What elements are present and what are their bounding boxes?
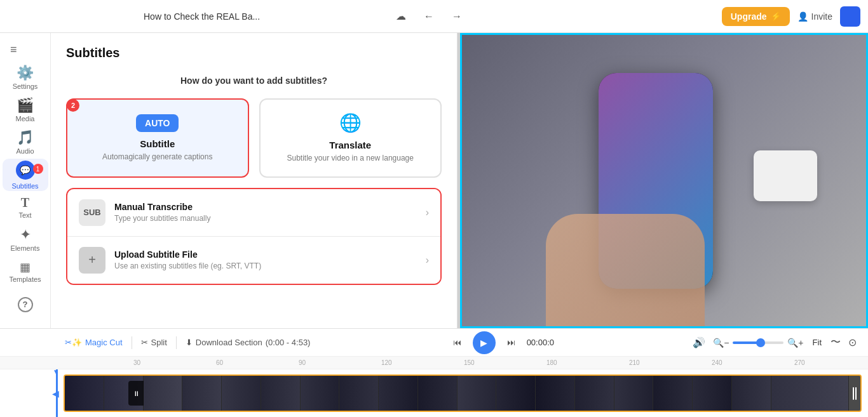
sub-icon: SUB [79, 199, 105, 226]
subtitle-card-title: Subtitle [140, 138, 175, 149]
track-thumb-14 [575, 376, 614, 411]
rewind-button[interactable]: ⏮ [447, 334, 468, 350]
white-device-in-video [754, 150, 817, 201]
sidebar-templates-label: Templates [9, 275, 41, 283]
track-end-handle[interactable] [849, 376, 860, 411]
zoom-out-icon[interactable]: 🔍− [713, 338, 729, 348]
ruler-mark-210: 210 [629, 359, 640, 366]
avatar [840, 6, 860, 27]
track-thumb-5 [222, 376, 261, 411]
timeline-track[interactable]: ▼ ◀ ⏸ [0, 369, 868, 417]
timeline-cursor-arrow: ◀ [52, 388, 59, 399]
upgrade-button[interactable]: Upgrade ⚡ [722, 7, 790, 26]
chevron-right-icon-2: › [426, 255, 429, 266]
upload-subtitle-card[interactable]: + Upload Subtitle File Use an existing s… [67, 236, 440, 284]
track-thumb-10 [418, 376, 457, 411]
ruler-mark-180: 180 [546, 359, 557, 366]
waveform-icon[interactable]: 〜 [827, 336, 844, 349]
sidebar-item-templates[interactable]: ▦ Templates [3, 256, 48, 288]
sidebar-item-text[interactable]: T Text [3, 191, 48, 223]
manual-transcribe-card[interactable]: SUB Manual Transcribe Type your subtitle… [67, 189, 440, 236]
upload-icon: + [79, 247, 105, 274]
time-display: 00:00:0 [522, 338, 559, 347]
sidebar-media-label: Media [16, 115, 35, 122]
ruler-mark-120: 120 [381, 359, 392, 366]
track-thumb-6 [261, 376, 300, 411]
track-thumb-18 [732, 376, 771, 411]
track-thumb-3 [144, 376, 182, 411]
redo-button[interactable]: → [447, 6, 467, 27]
sidebar-item-elements[interactable]: ✦ Elements [3, 223, 48, 256]
translate-card-desc: Subtitle your video in a new language [287, 153, 414, 164]
text-icon: T [21, 196, 29, 209]
invite-label: Invite [811, 11, 832, 22]
split-button[interactable]: ✂ Split [135, 334, 173, 350]
sidebar-subtitles-label: Subtitles [11, 182, 38, 190]
sidebar-audio-label: Audio [16, 147, 34, 155]
pause-badge[interactable]: ⏸ [128, 381, 144, 406]
sidebar-item-help[interactable]: ? [3, 288, 48, 321]
play-button[interactable]: ▶ [473, 331, 496, 354]
sidebar-item-media[interactable]: 🎬 Media [3, 94, 48, 126]
cloud-icon: ☁ [396, 10, 406, 22]
upgrade-label: Upgrade [731, 11, 767, 22]
hand-in-video [546, 214, 705, 328]
subtitles-panel: Subtitles How do you want to add subtitl… [51, 33, 458, 328]
timeline-area: ✂✨ Magic Cut ✂ Split ⬇ Download Section … [0, 328, 868, 417]
manual-options-group: 3 SUB Manual Transcribe Type your subtit… [66, 188, 442, 285]
magic-cut-button[interactable]: ✂✨ Magic Cut [58, 334, 129, 350]
undo-button[interactable]: ← [419, 6, 439, 27]
ruler-mark-150: 150 [464, 359, 475, 366]
top-cards-row: 2 AUTO Subtitle Automagically generate c… [66, 98, 442, 178]
video-track-strip[interactable]: ⏸ [64, 374, 862, 412]
track-thumb-12 [496, 376, 535, 411]
download-label: Download Section [196, 338, 262, 347]
track-thumb-15 [614, 376, 653, 411]
zoom-slider[interactable] [733, 341, 783, 344]
sidebar-item-subtitles[interactable]: 1 💬 Subtitles [3, 159, 48, 191]
audio-icon: 🎵 [17, 131, 34, 145]
video-preview-area: ↻ [460, 33, 868, 328]
invite-button[interactable]: 👤 Invite [797, 11, 832, 22]
track-thumb-11 [458, 376, 496, 411]
sidebar-text-label: Text [18, 211, 31, 219]
zoom-in-icon[interactable]: 🔍+ [787, 338, 803, 348]
subtitle-option-card[interactable]: 2 AUTO Subtitle Automagically generate c… [66, 98, 249, 178]
fit-button[interactable]: Fit [808, 338, 827, 347]
sidebar-elements-label: Elements [11, 244, 40, 252]
sidebar-settings-label: Settings [13, 83, 38, 90]
ruler-mark-240: 240 [712, 359, 722, 366]
person-icon: 👤 [797, 11, 808, 22]
project-title: How to Check the REAL Ba... [144, 11, 383, 22]
volume-icon[interactable]: 🔊 [689, 336, 709, 348]
upload-card-title: Upload Subtitle File [114, 249, 417, 260]
ruler-mark-30: 30 [133, 359, 140, 366]
chevron-right-icon: › [426, 207, 429, 218]
download-section-button[interactable]: ⬇ Download Section (0:00 - 4:53) [179, 334, 317, 350]
hamburger-menu-icon[interactable]: ≡ [10, 43, 17, 56]
sidebar: ≡ ⚙️ Settings 🎬 Media 🎵 Audio 1 💬 Subtit… [0, 33, 51, 328]
split-label: Split [151, 338, 167, 347]
track-thumb-9 [379, 376, 417, 411]
settings-timeline-icon[interactable]: ⊙ [844, 336, 860, 348]
translate-card-title: Translate [329, 140, 371, 150]
settings-icon: ⚙️ [17, 66, 34, 80]
panel-subtitle: How do you want to add subtitles? [51, 76, 457, 86]
help-icon: ? [18, 297, 33, 312]
play-icon: ▶ [480, 338, 487, 348]
cloud-save-button[interactable]: ☁ [391, 6, 411, 27]
redo-icon: → [452, 11, 462, 22]
elements-icon: ✦ [20, 228, 31, 242]
fast-forward-button[interactable]: ⏭ [501, 334, 522, 350]
upload-card-desc: Use an existing subtitles file (eg. SRT,… [114, 261, 417, 270]
video-inner[interactable] [460, 33, 868, 328]
manual-card-desc: Type your subtitles manually [114, 214, 417, 223]
zoom-controls: 🔍− 🔍+ [709, 338, 807, 348]
magic-cut-icon: ✂✨ [65, 338, 82, 347]
track-thumb-16 [653, 376, 692, 411]
download-range: (0:00 - 4:53) [266, 338, 311, 347]
sidebar-item-audio[interactable]: 🎵 Audio [3, 126, 48, 159]
translate-option-card[interactable]: 🌐 Translate Subtitle your video in a new… [259, 98, 442, 178]
sidebar-item-settings[interactable]: ⚙️ Settings [3, 62, 48, 94]
toolbar-separator-1 [132, 336, 132, 349]
